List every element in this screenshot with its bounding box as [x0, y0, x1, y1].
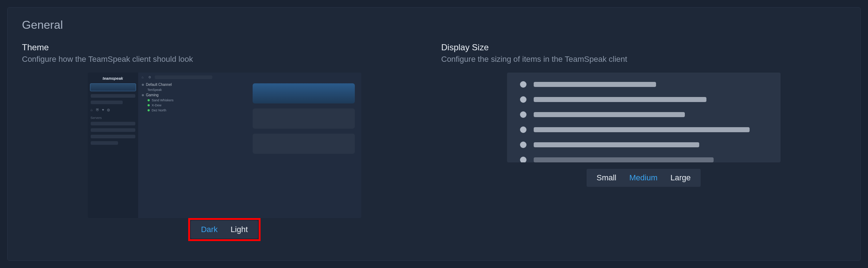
theme-preview-line — [91, 135, 135, 138]
dot-icon — [520, 81, 526, 88]
dot-icon — [520, 111, 526, 118]
theme-preview-middle: ⌂ ⚙ Default Channel TenSpeak Gaming Sand… — [138, 73, 246, 218]
home-icon: ⌂ — [91, 108, 93, 112]
settings-columns: Theme Configure how the TeamSpeak client… — [22, 42, 846, 241]
theme-preview-card — [253, 134, 355, 154]
theme-dark-button[interactable]: Dark — [194, 223, 224, 236]
theme-preview-line — [91, 128, 135, 132]
display-size-title: Display Size — [441, 42, 846, 52]
size-preview-bar — [534, 142, 699, 147]
theme-toggle-wrap: Dark Light — [22, 218, 427, 241]
theme-preview-channel: TenSpeak — [142, 87, 243, 92]
bullet-icon — [142, 84, 144, 86]
theme-preview-channel: X-Dew — [142, 103, 243, 108]
theme-preview-toolbar: ⌂ ⚙ — [142, 75, 243, 79]
dot-icon — [520, 96, 526, 103]
theme-description: Configure how the TeamSpeak client shoul… — [22, 55, 427, 64]
channel-label: TenSpeak — [148, 88, 162, 92]
section-title: General — [22, 18, 846, 32]
size-preview-row — [520, 111, 768, 118]
theme-title: Theme — [22, 42, 427, 52]
display-size-column: Display Size Configure the sizing of ite… — [441, 42, 846, 241]
user-icon: ⛨ — [96, 108, 99, 112]
theme-toggle-group: Dark Light — [191, 221, 258, 239]
bullet-icon — [142, 94, 144, 96]
channel-label: Sand Whiskers — [152, 98, 174, 102]
theme-preview-line — [91, 101, 123, 104]
size-medium-button[interactable]: Medium — [623, 171, 664, 185]
size-preview-row — [520, 142, 768, 148]
size-preview-row — [520, 126, 768, 133]
theme-preview-channel: Default Channel — [142, 82, 243, 87]
theme-preview-channel: Dez North — [142, 108, 243, 113]
status-online-icon — [148, 104, 150, 106]
theme-preview-card — [253, 108, 355, 129]
heart-icon: ♥ — [102, 108, 104, 112]
size-preview-bar — [534, 112, 685, 117]
theme-preview-logo: teamspeak — [90, 75, 136, 82]
theme-preview-toolbar-bar — [155, 75, 212, 79]
channel-label: Gaming — [146, 93, 159, 97]
status-online-icon — [148, 109, 150, 111]
general-settings-panel: General Theme Configure how the TeamSpea… — [7, 7, 861, 261]
channel-label: Dez North — [152, 108, 167, 112]
size-preview-row — [520, 81, 768, 88]
size-preview-bar — [534, 97, 706, 102]
theme-preview-right — [246, 73, 361, 218]
display-size-preview — [507, 73, 781, 162]
size-small-button[interactable]: Small — [590, 171, 623, 185]
dot-icon — [520, 142, 526, 148]
gear-icon: ⚙ — [148, 75, 152, 79]
channel-label: X-Dew — [152, 103, 162, 107]
theme-preview-line — [91, 94, 135, 98]
dot-icon — [520, 126, 526, 133]
theme-preview: teamspeak ⌂ ⛨ ♥ ◍ Servers — [88, 73, 361, 218]
size-preview-bar — [534, 82, 656, 87]
theme-preview-channel: Gaming — [142, 92, 243, 98]
highlight-annotation: Dark Light — [188, 218, 260, 241]
theme-preview-servers-label: Servers — [90, 114, 136, 120]
theme-preview-active-tab — [90, 83, 136, 91]
theme-preview-line — [91, 141, 118, 145]
theme-preview-channels: Default Channel TenSpeak Gaming Sand Whi… — [142, 82, 243, 113]
globe-icon: ◍ — [107, 108, 110, 112]
size-preview-row — [520, 157, 768, 162]
size-preview-bar — [534, 157, 714, 162]
theme-preview-line — [91, 122, 135, 125]
theme-light-button[interactable]: Light — [224, 223, 254, 236]
home-icon: ⌂ — [142, 75, 145, 79]
size-preview-bar — [534, 127, 750, 132]
size-large-button[interactable]: Large — [664, 171, 697, 185]
display-size-toggle-wrap: Small Medium Large — [441, 162, 846, 187]
size-preview-row — [520, 96, 768, 103]
status-online-icon — [148, 99, 150, 101]
dot-icon — [520, 157, 526, 162]
theme-preview-card — [253, 83, 355, 103]
theme-column: Theme Configure how the TeamSpeak client… — [22, 42, 427, 241]
display-size-description: Configure the sizing of items in the Tea… — [441, 55, 846, 64]
theme-preview-channel: Sand Whiskers — [142, 98, 243, 103]
theme-preview-icons: ⌂ ⛨ ♥ ◍ — [90, 106, 136, 114]
channel-label: Default Channel — [146, 83, 172, 87]
display-size-toggle-group: Small Medium Large — [587, 169, 701, 187]
theme-preview-sidebar: teamspeak ⌂ ⛨ ♥ ◍ Servers — [88, 73, 138, 218]
